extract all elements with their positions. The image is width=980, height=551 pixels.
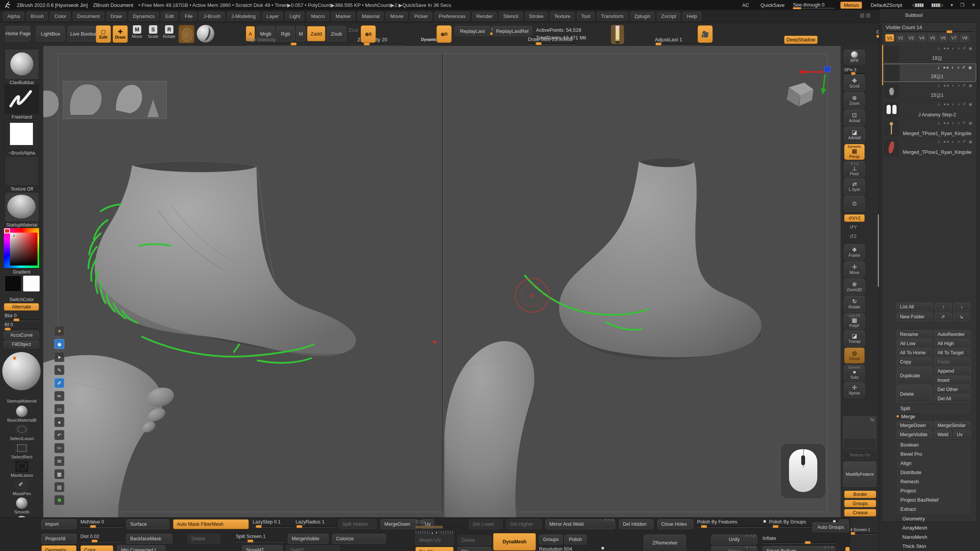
paste-button[interactable]: Paste xyxy=(934,358,971,366)
subtool-row[interactable]: ⇣ ●● ◐ ◑ ✐ ◉ 19강 xyxy=(883,45,976,64)
footer-button[interactable]: Auto Mask FiberMesh xyxy=(173,519,249,529)
subtool-row-icons[interactable]: ⇣ ●● ◐ ◑ ✐ ◉ xyxy=(937,102,973,107)
tray-tool-button[interactable]: ❖ Frame xyxy=(844,244,865,260)
mask-by-feature-button[interactable]: MaskByFeature xyxy=(843,461,876,487)
footer-button[interactable]: Geometry xyxy=(41,545,77,551)
tray-tool-button[interactable]: ⊕ Zoom xyxy=(844,92,865,108)
tray-tool-button[interactable]: ⊕ Zoom3D xyxy=(844,279,865,295)
menubar-extra-icons[interactable]: ▧ ▤ xyxy=(858,12,873,18)
sidebar-quick-item[interactable]: SelectLasso xyxy=(5,424,39,441)
right-tray-toggle-icon[interactable]: ▮▮▮▮▷ xyxy=(930,2,944,8)
subtool-row-icons[interactable]: ⇣ ●● ◐ ◑ ✐ ◉ xyxy=(937,83,973,88)
secondary-color-swatch[interactable] xyxy=(23,276,40,292)
texture-on-button[interactable]: Texture On xyxy=(843,452,876,459)
brush-slot[interactable]: ClayBuildup xyxy=(5,49,39,85)
append-button[interactable]: Append xyxy=(934,367,971,375)
tray-tool-button[interactable]: ✥ Scroll xyxy=(844,75,865,91)
tray-tool-button[interactable]: ◪ AAHalf xyxy=(844,127,865,143)
move-into-button[interactable]: ↳ xyxy=(953,313,970,321)
tray-tool-button[interactable]: ↻ Rotate xyxy=(844,296,865,312)
replay-last-rel-button[interactable]: ReplayLastRel xyxy=(492,26,532,36)
extract-section[interactable]: Extract xyxy=(897,505,971,514)
merge-similar-button[interactable]: MergeSimilar xyxy=(934,421,971,430)
auto-reorder-button[interactable]: AutoReorder xyxy=(934,330,971,339)
menu-item[interactable]: Dynamics xyxy=(129,12,159,21)
quick-tool-icon[interactable]: ● xyxy=(54,417,64,427)
quick-tool-icon[interactable]: ✏ xyxy=(54,391,64,401)
footer-button[interactable]: StoreMT xyxy=(242,545,283,551)
merge-down-button[interactable]: MergeDown xyxy=(897,421,933,430)
menus-toggle-button[interactable]: Menus xyxy=(840,2,862,9)
edit-button[interactable]: ◻ Edit xyxy=(96,25,111,43)
view-tab[interactable]: V7 xyxy=(949,34,959,42)
rename-button[interactable]: Rename xyxy=(897,330,933,339)
subtool-row-selected[interactable]: ⇣ ●● ◐ ◑ ✐ ◉ 19강1 xyxy=(883,64,976,82)
quick-tool-icon[interactable]: ◉ xyxy=(54,339,64,349)
tray-tool-button[interactable]: Line Fill ▦ PolyF xyxy=(844,313,865,329)
footer-button[interactable]: Surface xyxy=(126,519,169,529)
fill-object-button[interactable]: FillObject xyxy=(4,341,39,348)
quick-tool-icon[interactable]: ▭ xyxy=(54,404,64,414)
left-foot-mesh[interactable] xyxy=(95,161,356,356)
menu-item[interactable]: Edit xyxy=(161,12,178,21)
subtool-row[interactable]: ⇣ ●● ◐ ◑ ✐ ◉ J Anatomy Step-2 xyxy=(883,101,976,119)
footer-button[interactable]: Delete xyxy=(457,535,491,545)
project-section[interactable]: Project xyxy=(897,487,971,495)
visible-count-slider[interactable]: Visible Count 14 xyxy=(886,24,974,33)
view-tab[interactable]: V1 xyxy=(885,34,894,42)
groups-footer-button[interactable]: Groups xyxy=(539,535,563,544)
close-icon[interactable]: ✕ xyxy=(970,2,976,8)
smart-resym-button[interactable]: Smart ReSymX Y Z xyxy=(763,546,835,551)
menu-item[interactable]: Macro xyxy=(307,12,329,21)
quick-tool-icon[interactable]: ☀ xyxy=(54,326,64,336)
clipped-orange-button[interactable] xyxy=(845,547,850,551)
merge-visible-button[interactable]: MergeVisible xyxy=(897,430,933,439)
main-color-swatch[interactable] xyxy=(5,276,21,292)
list-all-button[interactable]: List All xyxy=(897,303,933,311)
sidebar-quick-item[interactable]: Smooth xyxy=(5,497,39,515)
rgb-intensity-slider[interactable]: Rgb Intensity xyxy=(247,37,297,45)
scale-button[interactable]: S Scale xyxy=(145,25,162,39)
alpha-slot[interactable] xyxy=(178,25,194,43)
del-all-button[interactable]: Del All xyxy=(934,395,971,403)
home-page-button[interactable]: Home Page xyxy=(6,26,30,41)
sdiv-stepper[interactable]: ▲ ▼ xyxy=(415,531,454,535)
footer-button[interactable]: MergeVisible xyxy=(288,534,328,544)
footer-button[interactable]: Min Connected I xyxy=(117,545,165,551)
alternate-button[interactable]: Alternate xyxy=(4,303,39,311)
menu-item[interactable]: Stroke xyxy=(525,12,548,21)
footer-button[interactable]: Split Screen 1 xyxy=(236,534,284,544)
nanomesh-palette[interactable]: NanoMesh xyxy=(902,534,927,540)
menu-item[interactable]: Stencil xyxy=(499,12,523,21)
footer-button[interactable]: Polish By Features xyxy=(697,519,765,529)
restore-icon[interactable]: ❐ xyxy=(959,2,965,8)
all-low-button[interactable]: All Low xyxy=(897,339,933,348)
align-section[interactable]: Align xyxy=(897,459,971,468)
deep-shadow-button[interactable]: DeepShadow xyxy=(784,36,818,44)
footer-button[interactable]: Close Holes xyxy=(657,519,693,529)
default-zscript-button[interactable]: DefaultZScript xyxy=(867,2,905,8)
move-button[interactable]: M Move xyxy=(129,25,145,39)
new-folder-button[interactable]: New Folder xyxy=(897,313,933,321)
menu-item[interactable]: Movie xyxy=(386,12,408,21)
move-up-button[interactable]: ↑ xyxy=(935,303,952,311)
footer-button[interactable]: Del Lower xyxy=(469,519,503,529)
footer-button[interactable]: SDiv xyxy=(415,519,465,529)
view-tab[interactable]: V3 xyxy=(906,34,916,42)
current-material-sphere[interactable] xyxy=(2,352,41,390)
alpha-slot-sidebar[interactable]: ~BrushAlpha xyxy=(5,119,39,156)
view-tab[interactable]: V6 xyxy=(939,34,948,42)
menu-item[interactable]: Material xyxy=(358,12,384,21)
tray-tool-button[interactable]: Dynamic ▦ Persp xyxy=(844,144,865,160)
border-button[interactable]: Border xyxy=(844,491,876,498)
tray-tool-button[interactable]: ✢ Xpose xyxy=(844,382,865,398)
crease-button[interactable]: Crease xyxy=(844,509,876,517)
menu-item[interactable]: Preferences xyxy=(434,12,470,21)
all-to-home-button[interactable]: All To Home xyxy=(897,349,933,357)
project-basrelief-section[interactable]: Project BasRelief xyxy=(897,496,971,504)
quick-tool-icon[interactable]: ✄ xyxy=(54,443,64,453)
menu-item[interactable]: J-Modeling xyxy=(227,12,260,21)
footer-button[interactable]: Mirror And Weld X Y Z xyxy=(546,519,615,529)
menu-item[interactable]: J-Brush xyxy=(199,12,225,21)
menu-item[interactable]: Texture xyxy=(550,12,575,21)
